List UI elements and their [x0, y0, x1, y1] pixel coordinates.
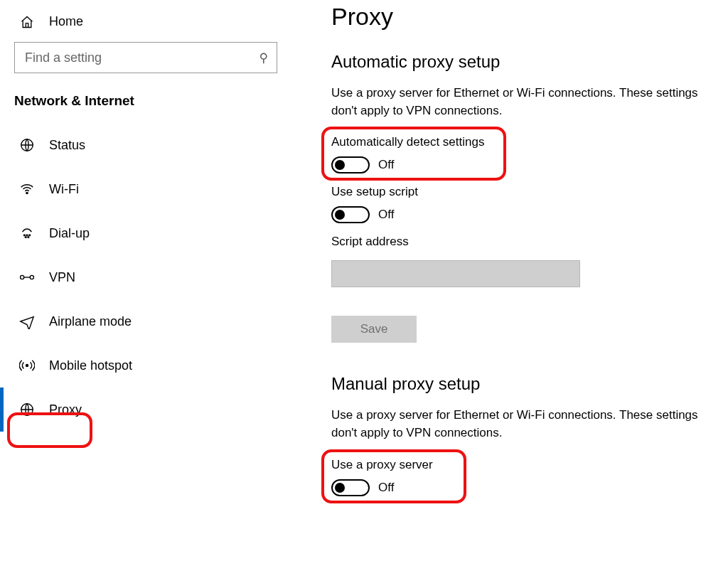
- page-title: Proxy: [331, 3, 721, 31]
- home-label: Home: [49, 14, 83, 29]
- proxy-icon: [18, 402, 36, 417]
- svg-point-5: [25, 237, 26, 238]
- svg-point-6: [28, 237, 29, 238]
- hotspot-icon: [18, 358, 36, 373]
- sidebar-item-label: Status: [49, 138, 85, 153]
- sidebar-item-vpn[interactable]: VPN: [0, 255, 291, 299]
- sidebar-item-label: Proxy: [49, 402, 82, 417]
- use-script-label: Use setup script: [331, 185, 721, 199]
- use-proxy-state: Off: [378, 481, 394, 495]
- airplane-icon: [18, 314, 36, 329]
- sidebar-item-label: Mobile hotspot: [49, 358, 132, 373]
- sidebar-item-airplane[interactable]: Airplane mode: [0, 299, 291, 343]
- search-icon: ⚲: [259, 50, 268, 65]
- automatic-proxy-heading: Automatic proxy setup: [331, 52, 721, 72]
- svg-point-1: [26, 192, 28, 193]
- sidebar-item-dialup[interactable]: Dial-up: [0, 211, 291, 255]
- sidebar-item-wifi[interactable]: Wi-Fi: [0, 167, 291, 211]
- status-icon: [18, 137, 36, 153]
- home-icon: [18, 15, 36, 29]
- auto-detect-state: Off: [378, 158, 394, 172]
- sidebar-item-hotspot[interactable]: Mobile hotspot: [0, 343, 291, 388]
- search-input[interactable]: [23, 50, 259, 66]
- script-address-input[interactable]: [331, 260, 580, 287]
- svg-point-3: [26, 235, 28, 236]
- auto-detect-label: Automatically detect settings: [331, 135, 721, 149]
- sidebar-item-status[interactable]: Status: [0, 123, 291, 167]
- svg-point-9: [26, 365, 28, 367]
- sidebar-item-proxy[interactable]: Proxy: [0, 388, 291, 432]
- svg-point-2: [23, 235, 25, 236]
- dialup-icon: [18, 225, 36, 241]
- section-heading: Network & Internet: [0, 89, 291, 123]
- use-script-toggle[interactable]: [331, 206, 370, 223]
- vpn-icon: [18, 270, 36, 284]
- automatic-proxy-desc: Use a proxy server for Ethernet or Wi-Fi…: [331, 85, 721, 119]
- search-settings[interactable]: ⚲: [14, 42, 277, 73]
- manual-proxy-desc: Use a proxy server for Ethernet or Wi-Fi…: [331, 407, 721, 442]
- save-button[interactable]: Save: [331, 316, 417, 343]
- sidebar-item-label: Airplane mode: [49, 314, 132, 329]
- manual-proxy-heading: Manual proxy setup: [331, 374, 721, 394]
- auto-detect-toggle[interactable]: [331, 156, 370, 173]
- home-nav[interactable]: Home: [0, 9, 291, 36]
- script-address-label: Script address: [331, 235, 721, 249]
- use-script-state: Off: [378, 208, 394, 222]
- sidebar-item-label: VPN: [49, 270, 75, 285]
- wifi-icon: [18, 181, 36, 197]
- sidebar-item-label: Wi-Fi: [49, 182, 79, 197]
- svg-point-4: [29, 235, 31, 236]
- sidebar-item-label: Dial-up: [49, 226, 90, 241]
- use-proxy-toggle[interactable]: [331, 479, 370, 496]
- svg-point-7: [21, 275, 24, 279]
- use-proxy-label: Use a proxy server: [331, 458, 721, 472]
- svg-point-8: [30, 275, 33, 279]
